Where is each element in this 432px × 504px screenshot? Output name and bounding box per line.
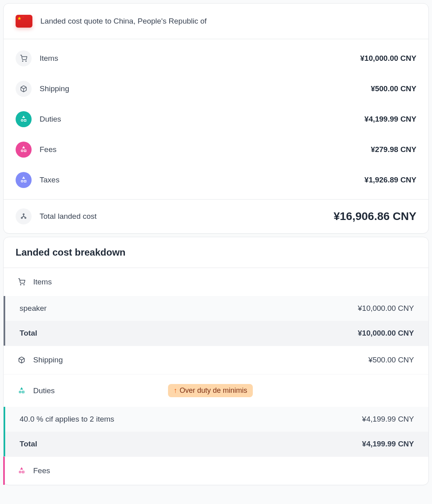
items-label: Items <box>40 54 360 63</box>
svg-rect-6 <box>24 150 26 152</box>
breakdown-items-total: Total ¥10,000.00 CNY <box>4 321 428 346</box>
fees-shapes-icon <box>18 467 25 474</box>
shipping-label: Shipping <box>40 84 371 93</box>
svg-point-20 <box>19 471 21 473</box>
summary-row-duties: Duties ¥4,199.99 CNY <box>16 104 416 134</box>
svg-point-11 <box>25 217 26 218</box>
summary-card: Landed cost quote to China, People's Rep… <box>3 3 429 234</box>
duty-desc: 40.0 % cif applies to 2 items <box>20 415 362 424</box>
taxes-value: ¥1,926.89 CNY <box>364 176 416 184</box>
duties-icon <box>16 111 32 127</box>
total-icon <box>16 208 32 224</box>
package-icon <box>16 81 32 97</box>
breakdown-item-row: speaker ¥10,000.00 CNY <box>4 296 428 321</box>
fees-label: Fees <box>40 145 371 154</box>
svg-point-7 <box>21 180 23 182</box>
duties-shapes-icon <box>18 387 25 394</box>
svg-rect-21 <box>22 471 24 473</box>
breakdown-fees-header: Fees <box>3 456 428 485</box>
svg-rect-8 <box>24 180 26 182</box>
china-flag-icon <box>16 15 32 28</box>
svg-point-10 <box>21 217 22 218</box>
svg-point-1 <box>26 61 26 62</box>
svg-point-18 <box>19 391 21 393</box>
svg-point-15 <box>20 284 21 285</box>
total-label: Total landed cost <box>40 212 334 221</box>
items-header-label: Items <box>33 278 52 286</box>
duty-value: ¥4,199.99 CNY <box>362 415 414 424</box>
item-name: speaker <box>20 304 358 313</box>
fees-icon <box>16 142 32 158</box>
svg-rect-19 <box>22 391 24 393</box>
items-total-label: Total <box>20 329 358 338</box>
svg-point-3 <box>21 120 23 122</box>
package-icon <box>18 356 25 364</box>
summary-list: Items ¥10,000.00 CNY Shipping ¥500.00 CN… <box>4 39 428 199</box>
breakdown-shipping-row: Shipping ¥500.00 CNY <box>4 346 428 374</box>
breakdown-duty-row: 40.0 % cif applies to 2 items ¥4,199.99 … <box>4 407 428 432</box>
duties-total-label: Total <box>20 440 362 448</box>
shipping-bd-value: ¥500.00 CNY <box>368 356 414 364</box>
summary-row-taxes: Taxes ¥1,926.89 CNY <box>16 165 416 195</box>
header-title: Landed cost quote to China, People's Rep… <box>40 17 207 26</box>
total-value: ¥16,906.86 CNY <box>334 210 416 223</box>
items-total-value: ¥10,000.00 CNY <box>358 329 414 338</box>
cart-icon <box>18 278 25 286</box>
svg-point-16 <box>24 284 24 285</box>
breakdown-duties-total: Total ¥4,199.99 CNY <box>4 432 428 456</box>
summary-row-shipping: Shipping ¥500.00 CNY <box>16 74 416 104</box>
svg-line-14 <box>24 216 26 217</box>
item-value: ¥10,000.00 CNY <box>358 304 414 313</box>
breakdown-title: Landed cost breakdown <box>4 237 428 268</box>
arrow-up-icon: ↑ <box>174 386 177 395</box>
breakdown-card: Landed cost breakdown Items speaker ¥10,… <box>3 237 429 485</box>
card-header: Landed cost quote to China, People's Rep… <box>4 4 428 39</box>
fees-header-label: Fees <box>33 466 50 475</box>
shipping-bd-label: Shipping <box>33 356 360 364</box>
summary-row-items: Items ¥10,000.00 CNY <box>16 43 416 74</box>
over-de-minimis-badge: ↑ Over duty de minimis <box>168 384 253 397</box>
duties-header-label: Duties <box>33 386 55 395</box>
fees-value: ¥279.98 CNY <box>371 145 416 154</box>
svg-line-13 <box>22 216 24 217</box>
breakdown-items-header: Items <box>4 268 428 296</box>
total-section: Total landed cost ¥16,906.86 CNY <box>4 199 428 233</box>
items-value: ¥10,000.00 CNY <box>360 54 417 63</box>
duties-value: ¥4,199.99 CNY <box>364 115 416 124</box>
shipping-value: ¥500.00 CNY <box>371 84 416 93</box>
svg-point-5 <box>21 150 23 152</box>
svg-point-0 <box>22 61 23 62</box>
svg-point-9 <box>23 214 24 215</box>
breakdown-duties-header: Duties ↑ Over duty de minimis <box>4 374 428 407</box>
taxes-icon <box>16 172 32 188</box>
svg-rect-4 <box>24 120 26 122</box>
duties-label: Duties <box>40 115 364 124</box>
badge-text: Over duty de minimis <box>180 386 247 395</box>
summary-row-fees: Fees ¥279.98 CNY <box>16 134 416 165</box>
duties-total-value: ¥4,199.99 CNY <box>362 440 414 448</box>
taxes-label: Taxes <box>40 176 364 184</box>
cart-icon <box>16 50 32 66</box>
